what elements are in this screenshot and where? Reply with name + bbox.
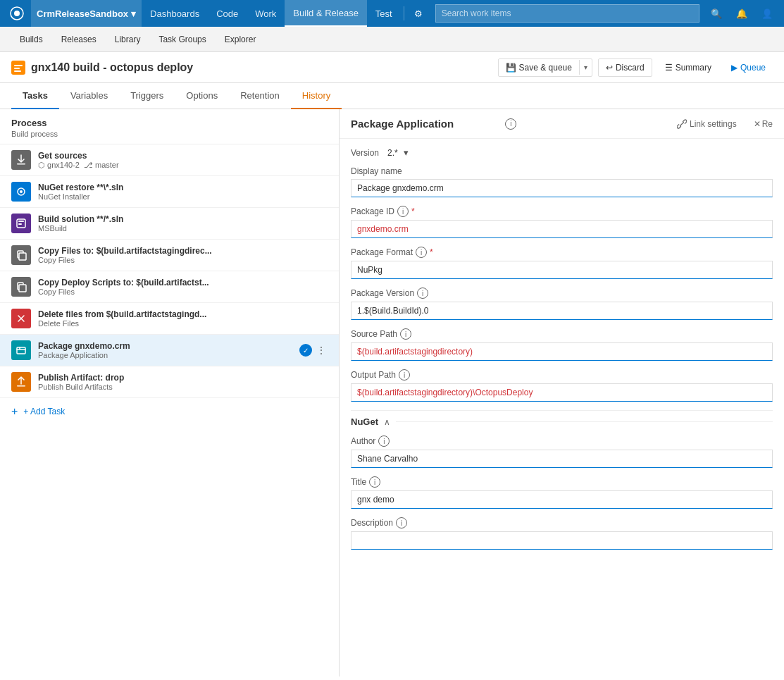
chevron-down-icon: ▾ <box>131 8 136 19</box>
page-title: gnx140 build - octopus deploy <box>31 61 193 74</box>
package-format-required: * <box>430 247 433 257</box>
page-actions: 💾 Save & queue ▾ ↩ Discard ☰ Summary ▶ Q… <box>498 58 773 77</box>
tab-options[interactable]: Options <box>175 83 229 109</box>
nav-work[interactable]: Work <box>247 0 285 27</box>
description-label: Description i <box>351 517 773 528</box>
task-item[interactable]: NuGet restore **\*.sln NuGet Installer <box>0 176 339 208</box>
task-info-getsources: Get sources ⬡ gnx140-2 ⎇ master <box>38 151 328 170</box>
tab-tasks[interactable]: Tasks <box>11 83 59 109</box>
tab-variables[interactable]: Variables <box>59 83 119 109</box>
search-icon[interactable]: 🔍 <box>705 2 728 25</box>
app-icon[interactable] <box>6 2 28 25</box>
subnav-task-groups[interactable]: Task Groups <box>150 27 214 52</box>
task-item[interactable]: Delete files from $(build.artifactstagin… <box>0 303 339 335</box>
task-info-package: Package gnxdemo.crm Package Application <box>38 341 292 359</box>
task-name: Copy Deploy Scripts to: $(build.artifact… <box>38 278 328 288</box>
notification-icon[interactable]: 🔔 <box>730 2 753 25</box>
user-icon[interactable]: 👤 <box>756 2 778 25</box>
package-version-info-icon[interactable]: i <box>417 288 428 299</box>
left-panel: Process Build process Get sources ⬡ gnx1… <box>0 109 340 676</box>
package-format-info-icon[interactable]: i <box>416 247 427 258</box>
task-item-selected[interactable]: Package gnxdemo.crm Package Application … <box>0 335 339 366</box>
task-more-icon[interactable]: ⋮ <box>315 344 328 357</box>
nuget-section-header: NuGet ∧ <box>351 410 773 433</box>
summary-button[interactable]: ☰ Summary <box>658 59 718 76</box>
save-queue-button[interactable]: 💾 Save & queue ▾ <box>498 58 592 77</box>
svg-rect-2 <box>14 65 23 66</box>
settings-icon[interactable]: ⚙ <box>407 2 430 25</box>
package-id-group: Package ID i * <box>351 206 773 238</box>
nav-dashboards[interactable]: Dashboards <box>142 0 208 27</box>
add-task-button[interactable]: + + Add Task <box>0 398 339 425</box>
package-id-required: * <box>411 206 415 216</box>
task-icon-publish <box>11 372 31 392</box>
subnav-builds[interactable]: Builds <box>11 27 51 52</box>
svg-rect-14 <box>19 285 26 292</box>
link-settings-button[interactable]: Link settings <box>677 119 737 129</box>
tab-history[interactable]: History <box>291 83 342 109</box>
task-name: Copy Files to: $(build.artifactstagingdi… <box>38 246 328 256</box>
org-name[interactable]: CrmReleaseSandbox ▾ <box>31 0 142 27</box>
nuget-toggle-icon[interactable]: ∧ <box>384 417 390 427</box>
title-group: Title i <box>351 476 773 509</box>
tab-triggers[interactable]: Triggers <box>119 83 175 109</box>
task-sub: ⬡ gnx140-2 ⎇ master <box>38 161 328 170</box>
display-name-input[interactable] <box>351 179 773 197</box>
package-id-input[interactable] <box>351 220 773 238</box>
version-label: Version <box>351 148 379 158</box>
task-item[interactable]: Publish Artifact: drop Publish Build Art… <box>0 366 339 398</box>
title-input[interactable] <box>351 490 773 509</box>
task-sub: NuGet Installer <box>38 192 328 201</box>
package-version-input[interactable] <box>351 302 773 320</box>
nav-code[interactable]: Code <box>208 0 247 27</box>
info-icon[interactable]: i <box>505 118 516 130</box>
save-queue-arrow[interactable]: ▾ <box>579 60 592 75</box>
subnav-releases[interactable]: Releases <box>53 27 105 52</box>
author-info-icon[interactable]: i <box>378 435 390 447</box>
task-name: Package gnxdemo.crm <box>38 341 292 351</box>
version-value: 2.* <box>387 148 398 158</box>
task-item[interactable]: Get sources ⬡ gnx140-2 ⎇ master <box>0 144 339 176</box>
task-item[interactable]: Copy Deploy Scripts to: $(build.artifact… <box>0 271 339 303</box>
package-version-group: Package Version i <box>351 288 773 320</box>
task-item[interactable]: Copy Files to: $(build.artifactstagingdi… <box>0 240 339 271</box>
task-list: Get sources ⬡ gnx140-2 ⎇ master NuGet <box>0 144 339 398</box>
search-bar[interactable]: Search work items <box>435 4 699 23</box>
author-input[interactable] <box>351 450 773 468</box>
save-queue-main[interactable]: 💾 Save & queue <box>499 59 579 76</box>
output-path-group: Output Path i <box>351 369 773 402</box>
task-name: Publish Artifact: drop <box>38 373 328 383</box>
nuget-section-line <box>396 421 773 422</box>
title-info-icon[interactable]: i <box>369 476 380 488</box>
svg-rect-4 <box>14 70 21 72</box>
svg-rect-3 <box>14 68 20 69</box>
package-version-label: Package Version i <box>351 288 773 299</box>
output-path-input[interactable] <box>351 383 773 402</box>
description-info-icon[interactable]: i <box>396 517 407 528</box>
task-sub: Package Application <box>38 351 292 359</box>
queue-button[interactable]: ▶ Queue <box>724 59 773 76</box>
task-item[interactable]: Build solution **/*.sln MSBuild <box>0 208 339 240</box>
nav-divider <box>404 6 404 20</box>
nav-test[interactable]: Test <box>367 0 401 27</box>
subnav-library[interactable]: Library <box>106 27 149 52</box>
package-format-input[interactable] <box>351 261 773 279</box>
tabs-bar: Tasks Variables Triggers Options Retenti… <box>0 83 784 109</box>
source-path-info-icon[interactable]: i <box>400 328 411 340</box>
svg-rect-9 <box>18 221 24 222</box>
discard-button[interactable]: ↩ Discard <box>598 58 652 77</box>
display-name-label: Display name <box>351 166 773 176</box>
version-dropdown-icon[interactable]: ▾ <box>404 147 409 158</box>
description-input[interactable] <box>351 531 773 550</box>
page-header: gnx140 build - octopus deploy 💾 Save & q… <box>0 52 784 83</box>
output-path-info-icon[interactable]: i <box>399 369 410 381</box>
subnav-explorer[interactable]: Explorer <box>216 27 265 52</box>
nav-build-release[interactable]: Build & Release <box>285 0 367 27</box>
remove-button[interactable]: ✕ Re <box>754 119 773 129</box>
tab-retention[interactable]: Retention <box>229 83 291 109</box>
task-info-msbuild: Build solution **/*.sln MSBuild <box>38 214 328 233</box>
source-path-label: Source Path i <box>351 328 773 340</box>
package-id-info-icon[interactable]: i <box>397 206 409 217</box>
task-sub: Publish Build Artifacts <box>38 383 328 391</box>
source-path-input[interactable] <box>351 342 773 361</box>
